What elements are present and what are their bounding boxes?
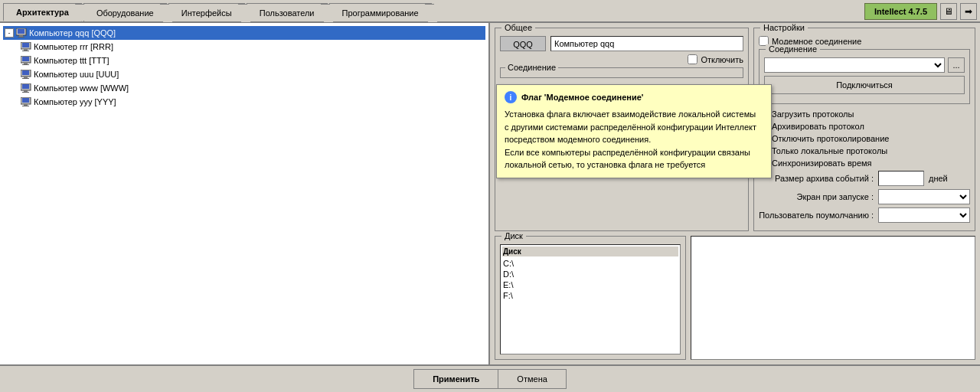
svg-rect-11: [22, 64, 29, 65]
general-section-label: Общее: [501, 23, 535, 32]
tree-label-qqq: Компьютер qqq [QQQ]: [29, 28, 116, 38]
settings-icon-button[interactable]: ➡: [960, 3, 977, 20]
tooltip-title-row: i Флаг 'Модемное соединение': [505, 91, 763, 103]
tree-label-www: Компьютер www [WWW]: [34, 83, 129, 93]
computer-icon-rrr: [20, 41, 32, 53]
svg-rect-14: [24, 77, 28, 78]
tree-label-uuu: Компьютер uuu [UUU]: [34, 70, 119, 79]
top-right-controls: Intellect 4.7.5 🖥 ➡: [864, 3, 980, 21]
log-area: [691, 236, 975, 360]
tab-interfaces[interactable]: Интерфейсы: [168, 3, 245, 21]
svg-rect-13: [22, 70, 29, 75]
archive-protocol-row: Архивировать протокол: [759, 121, 970, 131]
svg-rect-23: [22, 106, 29, 106]
id-field: QQQ: [500, 36, 546, 51]
cancel-button[interactable]: Отмена: [498, 369, 566, 389]
tree-item-yyy[interactable]: Компьютер yyy [YYY]: [3, 95, 485, 109]
connect-button[interactable]: Подключиться: [764, 76, 965, 94]
sync-time-row: Синхронизировать время: [759, 158, 970, 168]
computer-icon-ttt: [20, 54, 32, 67]
svg-rect-3: [18, 37, 24, 38]
tooltip-title: Флаг 'Модемное соединение': [521, 93, 643, 102]
connection-subpanel: Соединение ... Подключиться: [759, 49, 970, 104]
svg-rect-19: [22, 92, 29, 93]
tab-hardware[interactable]: Оборудование: [83, 3, 167, 21]
svg-rect-2: [19, 35, 23, 37]
local-only-row: Только локальные протоколы: [759, 145, 970, 155]
intellect-version-button[interactable]: Intellect 4.7.5: [864, 3, 937, 20]
archive-protocol-label: Архивировать протокол: [772, 122, 864, 131]
svg-rect-15: [22, 78, 29, 79]
svg-rect-6: [24, 49, 28, 51]
tab-users[interactable]: Пользователи: [247, 3, 328, 21]
drive-e[interactable]: E:\: [502, 279, 678, 290]
monitor-icon-button[interactable]: 🖥: [940, 3, 957, 20]
svg-rect-1: [18, 29, 24, 34]
user-row: Пользователь поумолчанию :: [759, 207, 970, 223]
settings-section-label: Настройки: [760, 23, 808, 32]
name-input[interactable]: [550, 36, 743, 51]
computer-icon-qqq: [15, 27, 28, 39]
connection-sublabel: Соединение: [505, 63, 558, 72]
local-only-label: Только локальные протоколы: [772, 146, 887, 155]
disable-checkbox[interactable]: [688, 54, 697, 64]
top-tab-bar: Архитектура Оборудование Интерфейсы Поль…: [0, 0, 980, 23]
svg-rect-10: [24, 63, 28, 64]
conn-label: Соединение: [766, 44, 820, 54]
apply-button[interactable]: Применить: [413, 369, 498, 389]
computer-icon-uuu: [20, 68, 32, 80]
svg-rect-5: [22, 43, 29, 47]
tree-label-yyy: Компьютер yyy [YYY]: [34, 97, 116, 106]
svg-rect-21: [22, 98, 29, 103]
tree-item-uuu[interactable]: Компьютер uuu [UUU]: [3, 67, 485, 81]
svg-rect-9: [22, 57, 29, 61]
tree-item-ttt[interactable]: Компьютер ttt [TTT]: [3, 54, 485, 67]
sync-time-label: Синхронизировать время: [772, 158, 872, 168]
archive-size-label: Размер архива событий :: [759, 174, 874, 183]
connection-select[interactable]: [764, 57, 945, 73]
expand-icon-qqq[interactable]: -: [5, 28, 14, 38]
info-icon: i: [505, 91, 517, 103]
dots-button[interactable]: ...: [948, 57, 965, 73]
tree-item-rrr[interactable]: Компьютер rrr [RRR]: [3, 40, 485, 54]
disk-section-label: Диск: [501, 231, 526, 240]
tree-label-ttt: Компьютер ttt [TTT]: [34, 56, 109, 65]
disable-label: Отключить: [701, 55, 743, 64]
settings-section: Настройки Модемное соединение Соединение…: [753, 28, 975, 231]
tree-item-www[interactable]: Компьютер www [WWW]: [3, 81, 485, 95]
load-protocols-label: Загрузить протоколы: [772, 109, 854, 119]
tab-architecture[interactable]: Архитектура: [3, 3, 82, 21]
screen-row: Экран при запуске :: [759, 189, 970, 204]
screen-select[interactable]: [878, 189, 970, 204]
svg-rect-17: [22, 84, 29, 89]
archive-size-row: Размер архива событий : дней: [759, 171, 970, 186]
main-content: - Компьютер qqq [QQQ]: [0, 23, 980, 364]
tree-label-rrr: Компьютер rrr [RRR]: [34, 42, 113, 51]
svg-rect-22: [24, 104, 28, 106]
drive-c[interactable]: C:\: [502, 258, 678, 269]
tooltip-popup: i Флаг 'Модемное соединение' Установка ф…: [496, 84, 772, 178]
tooltip-body: Установка флага включает взаимодействие …: [505, 108, 763, 172]
general-id-row: QQQ: [500, 36, 743, 51]
computer-icon-yyy: [20, 96, 32, 108]
computer-icon-www: [20, 82, 32, 94]
right-panel: Общее QQQ Отключить Соединение Настройки: [490, 23, 980, 364]
disable-logging-label: Отключить протоколирование: [772, 134, 889, 143]
screen-label: Экран при запуске :: [759, 192, 874, 201]
user-label: Пользователь поумолчанию :: [759, 211, 874, 220]
drive-d[interactable]: D:\: [502, 269, 678, 279]
tree-panel: - Компьютер qqq [QQQ]: [0, 23, 490, 364]
disk-section: Диск Диск C:\ D:\ E:\ F:\: [495, 236, 686, 360]
disk-sub-label: Диск: [502, 247, 678, 256]
user-select[interactable]: [878, 207, 970, 223]
drive-f[interactable]: F:\: [502, 290, 678, 301]
tab-programming[interactable]: Программирование: [329, 3, 432, 21]
load-protocols-row: Загрузить протоколы: [759, 109, 970, 119]
svg-rect-18: [24, 90, 28, 92]
bottom-bar: Применить Отмена: [0, 364, 980, 392]
tree-item-qqq[interactable]: - Компьютер qqq [QQQ]: [3, 26, 485, 40]
archive-size-input[interactable]: [878, 171, 924, 186]
archive-size-unit: дней: [929, 174, 948, 183]
disable-logging-row: Отключить протоколирование: [759, 133, 970, 143]
svg-rect-7: [22, 51, 29, 51]
